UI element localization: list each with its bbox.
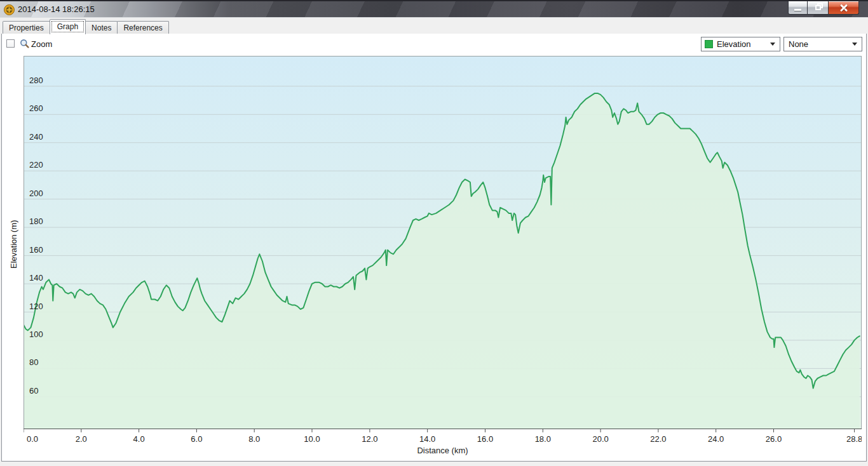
svg-text:20.0: 20.0 bbox=[592, 434, 608, 444]
window-controls bbox=[788, 1, 859, 15]
svg-text:80: 80 bbox=[29, 357, 38, 367]
panel-top-cover bbox=[2, 34, 866, 34]
close-icon bbox=[840, 4, 848, 11]
tab-graph[interactable]: Graph bbox=[50, 19, 86, 34]
title-bar[interactable]: 2014-08-14 18:26:15 bbox=[0, 0, 868, 18]
window-title: 2014-08-14 18:26:15 bbox=[18, 4, 95, 14]
svg-text:4.0: 4.0 bbox=[133, 434, 145, 444]
svg-text:0.0: 0.0 bbox=[27, 434, 38, 444]
series-dropdown[interactable]: Elevation bbox=[701, 37, 780, 51]
tab-notes[interactable]: Notes bbox=[85, 21, 118, 34]
svg-text:120: 120 bbox=[29, 302, 43, 311]
restore-icon bbox=[815, 5, 821, 10]
svg-text:140: 140 bbox=[29, 273, 43, 283]
svg-text:100: 100 bbox=[29, 330, 43, 339]
tab-properties[interactable]: Properties bbox=[3, 21, 50, 34]
svg-text:60: 60 bbox=[29, 386, 38, 396]
overlay-dropdown[interactable]: None bbox=[783, 37, 862, 51]
svg-text:8.0: 8.0 bbox=[248, 434, 260, 444]
restore-button[interactable] bbox=[808, 1, 829, 15]
svg-text:280: 280 bbox=[29, 76, 43, 85]
zoom-checkbox[interactable] bbox=[6, 39, 15, 48]
chevron-down-icon bbox=[852, 43, 857, 46]
svg-text:6.0: 6.0 bbox=[191, 434, 202, 444]
svg-text:22.0: 22.0 bbox=[650, 434, 666, 444]
svg-text:220: 220 bbox=[29, 160, 43, 170]
minimize-icon bbox=[794, 9, 801, 11]
overlay-dropdown-value: None bbox=[789, 39, 852, 49]
minimize-button[interactable] bbox=[788, 1, 808, 15]
chevron-down-icon bbox=[770, 43, 775, 46]
svg-text:160: 160 bbox=[29, 245, 43, 255]
svg-text:14.0: 14.0 bbox=[419, 434, 435, 444]
svg-text:28.8: 28.8 bbox=[846, 434, 862, 444]
track-window: 2014-08-14 18:26:15 PropertiesGraphNotes… bbox=[0, 0, 868, 466]
svg-text:26.0: 26.0 bbox=[766, 434, 782, 444]
svg-text:24.0: 24.0 bbox=[708, 434, 724, 444]
close-button[interactable] bbox=[829, 1, 859, 15]
x-axis-title: Distance (km) bbox=[24, 446, 862, 455]
y-axis-title: Elevation (m) bbox=[9, 194, 18, 295]
svg-text:260: 260 bbox=[29, 103, 43, 113]
series-dropdown-value: Elevation bbox=[717, 39, 770, 49]
elevation-chart[interactable]: 60801001201401601802002202402602800.02.0… bbox=[24, 56, 862, 444]
tab-references[interactable]: References bbox=[117, 21, 168, 34]
magnifier-icon bbox=[20, 39, 29, 48]
svg-text:180: 180 bbox=[29, 216, 43, 226]
app-icon bbox=[4, 4, 15, 15]
svg-text:12.0: 12.0 bbox=[362, 434, 377, 444]
svg-text:2.0: 2.0 bbox=[76, 434, 87, 444]
zoom-label: Zoom bbox=[31, 39, 52, 49]
series-color-swatch bbox=[705, 40, 713, 48]
svg-text:200: 200 bbox=[29, 189, 43, 198]
svg-text:18.0: 18.0 bbox=[535, 434, 551, 444]
svg-text:16.0: 16.0 bbox=[477, 434, 493, 444]
tab-bar: PropertiesGraphNotesReferences bbox=[3, 20, 168, 34]
svg-text:10.0: 10.0 bbox=[304, 434, 320, 444]
svg-text:240: 240 bbox=[29, 132, 43, 142]
